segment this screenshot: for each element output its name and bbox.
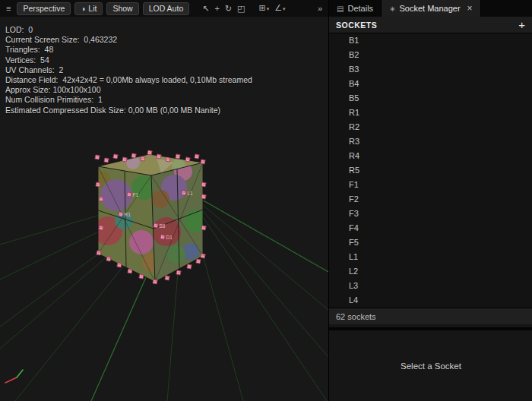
socket-marker[interactable] <box>131 153 137 158</box>
static-mesh-editor: F1L1R1B8D1 ≡ Perspective ◑ Lit Show LOD … <box>0 0 532 401</box>
lod-auto-button[interactable]: LOD Auto <box>143 2 190 15</box>
show-button[interactable]: Show <box>106 2 138 15</box>
select-tool-icon[interactable]: ↖ <box>201 2 210 15</box>
socket-marker[interactable] <box>128 269 133 273</box>
socket-marker[interactable] <box>122 157 128 162</box>
tab-socket-manager[interactable]: ∗ Socket Manager × <box>382 0 481 17</box>
socket-marker[interactable] <box>117 263 122 267</box>
socket-list-item[interactable]: F3 <box>329 207 532 221</box>
toolbar-expand-icon[interactable]: » <box>315 2 325 15</box>
socket-marker[interactable]: R1 <box>119 212 131 217</box>
viewport-toolbar: ≡ Perspective ◑ Lit Show LOD Auto ↖ + ↻ … <box>0 0 328 17</box>
socket-marker[interactable] <box>176 154 181 159</box>
socket-list-item[interactable]: B5 <box>329 91 532 106</box>
socket-marker[interactable] <box>201 159 206 164</box>
perspective-button[interactable]: Perspective <box>17 2 71 15</box>
socket-marker[interactable] <box>139 274 144 279</box>
panel-tabbar: ▤ Details ∗ Socket Manager × <box>329 0 532 17</box>
socket-list-item[interactable]: F4 <box>329 221 532 235</box>
socket-list-item[interactable]: R4 <box>329 149 532 163</box>
stat-line: Approx Size: 100x100x100 <box>5 85 252 95</box>
socket-marker[interactable] <box>113 154 119 159</box>
socket-list-item[interactable]: F1 <box>329 178 532 192</box>
svg-text:F1: F1 <box>133 192 139 197</box>
socket-marker[interactable] <box>141 156 146 161</box>
socket-marker[interactable] <box>97 251 102 255</box>
show-label: Show <box>112 4 132 13</box>
socket-marker[interactable] <box>187 264 192 269</box>
scale-tool-icon[interactable]: ◰ <box>236 2 245 15</box>
stat-line: Vertices: 54 <box>5 55 252 65</box>
socket-marker[interactable] <box>166 157 171 162</box>
socket-marker[interactable] <box>201 182 207 187</box>
rotate-tool-icon[interactable]: ↻ <box>224 2 233 15</box>
socket-marker[interactable] <box>147 150 153 155</box>
socket-list-item[interactable]: B3 <box>329 62 532 77</box>
socket-marker[interactable] <box>201 226 207 230</box>
socket-manager-tab-icon: ∗ <box>389 5 395 13</box>
stat-line: Distance Field: 42x42x42 = 0,00Mb always… <box>5 75 252 85</box>
socket-list-item[interactable]: R2 <box>329 120 532 134</box>
socket-marker[interactable] <box>196 259 201 264</box>
socket-marker[interactable] <box>104 158 109 163</box>
rotation-snap-icon[interactable]: ∠▾ <box>274 2 286 15</box>
socket-marker[interactable] <box>165 276 170 280</box>
socket-list[interactable]: B1B2B3B4B5R1R2R3R4R5F1F2F3F4F5L1L2L3L4 <box>329 33 532 308</box>
socket-marker[interactable]: B8 <box>154 223 166 229</box>
socket-marker[interactable] <box>153 279 158 284</box>
svg-text:D1: D1 <box>166 235 173 240</box>
socket-list-item[interactable]: L2 <box>329 264 532 279</box>
socket-marker[interactable] <box>96 182 101 187</box>
svg-text:L1: L1 <box>188 191 194 196</box>
svg-text:B8: B8 <box>160 223 166 229</box>
move-tool-icon[interactable]: + <box>214 2 220 15</box>
viewport[interactable]: F1L1R1B8D1 ≡ Perspective ◑ Lit Show LOD … <box>0 0 328 401</box>
tab-details[interactable]: ▤ Details <box>329 0 382 17</box>
socket-list-item[interactable]: R1 <box>329 106 532 120</box>
socket-list-item[interactable]: B1 <box>329 33 532 48</box>
stat-line: Current Screen Size: 0,463232 <box>5 35 252 45</box>
socket-list-item[interactable]: L4 <box>329 293 532 308</box>
grid-snap-icon[interactable]: ⊞▾ <box>258 2 271 15</box>
socket-list-item[interactable]: B4 <box>329 77 532 91</box>
stat-line: Num Collision Primitives: 1 <box>5 95 252 105</box>
close-tab-icon[interactable]: × <box>467 4 473 13</box>
socket-marker[interactable] <box>99 197 104 201</box>
socket-marker[interactable]: L1 <box>182 191 193 196</box>
stat-line: UV Channels: 2 <box>5 65 252 75</box>
hamburger-menu-icon[interactable]: ≡ <box>4 2 13 15</box>
add-socket-button[interactable]: + <box>518 19 525 30</box>
viewport-stats: LOD: 0Current Screen Size: 0,463232Trian… <box>5 25 252 115</box>
socket-marker[interactable] <box>185 157 191 162</box>
right-panel: ▤ Details ∗ Socket Manager × SOCKETS + B… <box>328 0 532 401</box>
lit-button[interactable]: ◑ Lit <box>74 2 103 15</box>
socket-list-item[interactable]: L3 <box>329 279 532 293</box>
socket-count-bar: 62 sockets <box>329 308 532 324</box>
details-tab-icon: ▤ <box>337 5 344 13</box>
sockets-header: SOCKETS + <box>329 17 532 33</box>
lod-label: LOD Auto <box>149 4 184 13</box>
socket-list-item[interactable]: B2 <box>329 48 532 62</box>
perspective-label: Perspective <box>23 4 65 13</box>
socket-marker[interactable] <box>95 155 100 159</box>
socket-marker[interactable]: D1 <box>160 235 173 240</box>
lit-label: Lit <box>88 4 97 13</box>
socket-list-item[interactable]: F2 <box>329 192 532 207</box>
stat-line: Triangles: 48 <box>5 45 252 55</box>
socket-marker[interactable]: F1 <box>127 192 139 197</box>
socket-list-item[interactable]: F5 <box>329 235 532 250</box>
socket-marker[interactable] <box>99 226 104 230</box>
svg-text:R1: R1 <box>125 212 131 217</box>
socket-marker[interactable] <box>201 194 207 199</box>
socket-marker[interactable] <box>176 270 182 275</box>
socket-marker[interactable] <box>157 154 162 159</box>
socket-marker[interactable] <box>201 254 206 258</box>
socket-marker[interactable] <box>195 154 200 159</box>
socket-marker[interactable] <box>106 257 112 261</box>
socket-list-item[interactable]: R3 <box>329 134 532 149</box>
socket-list-item[interactable]: L1 <box>329 250 532 264</box>
socket-list-item[interactable]: R5 <box>329 163 532 178</box>
socket-count-label: 62 sockets <box>336 312 376 321</box>
details-tab-label: Details <box>347 4 373 13</box>
lit-icon: ◑ <box>81 5 85 13</box>
